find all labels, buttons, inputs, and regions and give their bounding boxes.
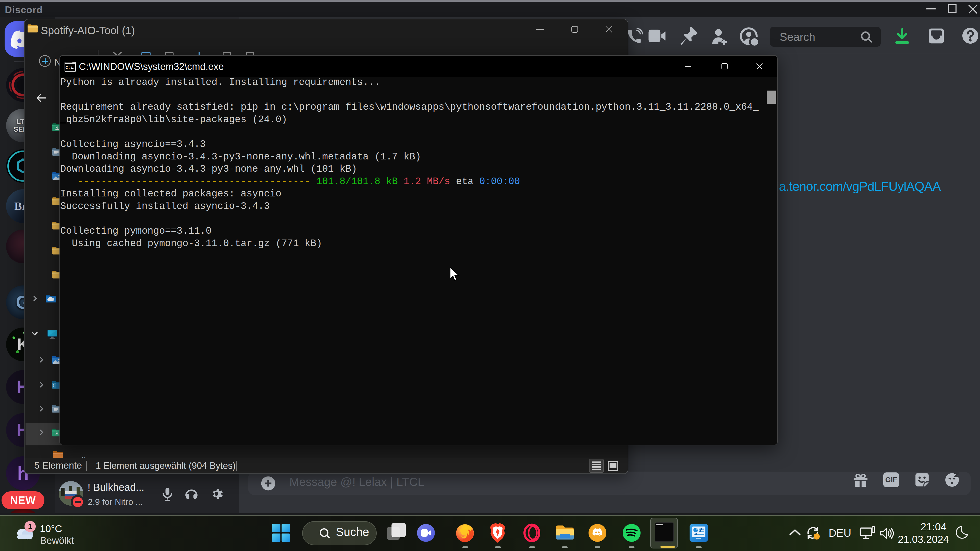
- svg-text:C:\: C:\: [65, 65, 73, 70]
